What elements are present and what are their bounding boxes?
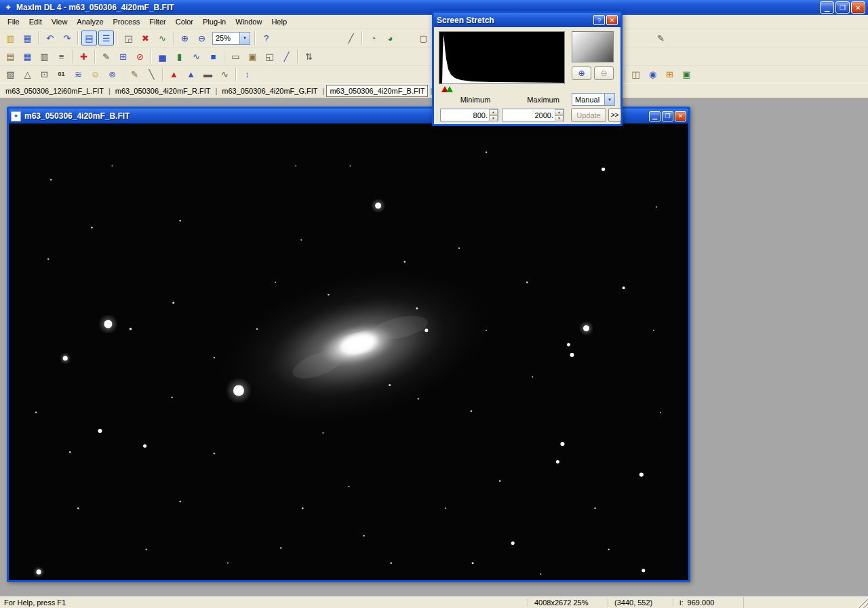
maximum-input-group: ▲ ▼: [502, 109, 564, 121]
line-profile-button[interactable]: ∿: [189, 49, 204, 64]
align-red-button[interactable]: ▲: [166, 67, 182, 82]
grid-overlay-button[interactable]: ⊞: [662, 67, 677, 82]
image-close-button[interactable]: ✕: [675, 111, 686, 121]
menu-item-view[interactable]: View: [47, 16, 73, 27]
save-button[interactable]: ▦: [20, 31, 35, 45]
menu-item-edit[interactable]: Edit: [24, 16, 47, 27]
star: [653, 330, 654, 331]
levels-button[interactable]: ↕: [239, 67, 255, 82]
planetarium-button[interactable]: ⊚: [104, 67, 120, 82]
tab-m63_050306_4i20mF_R.FIT[interactable]: m63_050306_4i20mF_R.FIT: [113, 86, 214, 96]
dropper-button[interactable]: ✎: [98, 49, 114, 64]
chevron-down-icon[interactable]: ▼: [604, 94, 614, 105]
image-restore-button[interactable]: ❐: [662, 111, 673, 121]
camera-control-button[interactable]: ▧: [3, 67, 18, 82]
aperture-tool-button[interactable]: ◔: [366, 31, 381, 45]
menu-item-help[interactable]: Help: [267, 16, 292, 27]
image-tool-button[interactable]: ▣: [245, 49, 260, 64]
undo-button[interactable]: ↶: [42, 31, 58, 45]
minimum-input[interactable]: [441, 109, 489, 121]
smooth-button[interactable]: ∿: [217, 67, 233, 82]
settings-button[interactable]: ◉: [645, 67, 660, 82]
focus-button[interactable]: ≋: [71, 67, 86, 82]
maxim-dl-window: ✦ MaxIm DL 4 - m63_050306_4i20mF_B.FIT ▁…: [0, 0, 868, 608]
screen-stretch-toggle[interactable]: ▤: [81, 31, 97, 45]
histogram-button[interactable]: ▅: [155, 49, 170, 64]
maximum-input[interactable]: [502, 109, 555, 121]
draw-line-button[interactable]: ╲: [144, 67, 159, 82]
sequence-button[interactable]: 01: [54, 67, 69, 82]
update-button[interactable]: Update: [571, 108, 606, 122]
menu-item-color[interactable]: Color: [171, 16, 198, 27]
group-button[interactable]: ▣: [679, 67, 694, 82]
minimum-down-icon[interactable]: ▼: [489, 115, 498, 121]
tab-m63_050306_12i60mF_L.FIT[interactable]: m63_050306_12i60mF_L.FIT: [3, 86, 106, 96]
stretch-mode-combo[interactable]: Manual ▼: [572, 93, 615, 106]
menu-item-filter[interactable]: Filter: [144, 16, 170, 27]
delete-button[interactable]: ✖: [138, 31, 153, 45]
expand-button[interactable]: >>: [608, 108, 621, 122]
chevron-down-icon[interactable]: ▼: [239, 33, 250, 44]
minimum-up-icon[interactable]: ▲: [489, 109, 498, 115]
grid-button[interactable]: ⊞: [115, 49, 131, 64]
histogram-zoom-in-button[interactable]: ⊕: [572, 66, 591, 80]
screen-stretch-title-bar[interactable]: Screen Stretch ? ✕: [434, 13, 620, 27]
menu-item-file[interactable]: File: [3, 16, 24, 27]
dialog-help-button[interactable]: ?: [593, 15, 605, 25]
tab-m63_050306_4i20mF_B.FIT[interactable]: m63_050306_4i20mF_B.FIT: [326, 85, 428, 97]
graph-window-toggle[interactable]: ∿: [155, 31, 170, 45]
close-icon: ✕: [855, 4, 861, 12]
restore-button[interactable]: ❐: [835, 1, 850, 14]
resize-grip[interactable]: [857, 597, 868, 608]
annotate-tool-button[interactable]: ◕: [382, 31, 398, 45]
edit-annotations-button[interactable]: ✎: [653, 31, 669, 45]
area-select-button[interactable]: ◱: [262, 49, 277, 64]
image-minimize-button[interactable]: ▁: [649, 111, 660, 121]
galaxy-image: [9, 124, 688, 580]
disable-calibration-button[interactable]: ⊘: [132, 49, 148, 64]
menu-item-plugin[interactable]: Plug-in: [198, 16, 231, 27]
context-help-button[interactable]: ?: [258, 31, 274, 45]
magnifier-window-toggle[interactable]: ◲: [121, 31, 136, 45]
menu-item-window[interactable]: Window: [231, 16, 267, 27]
image-canvas[interactable]: [9, 124, 688, 580]
crop-tool-button[interactable]: ▭: [228, 49, 243, 64]
histogram-panel[interactable]: [439, 31, 565, 84]
dome-button[interactable]: ⊡: [37, 67, 52, 82]
minimize-button[interactable]: ▁: [820, 1, 834, 14]
histogram-zoom-out-button[interactable]: ⊖: [594, 66, 614, 80]
new-document-button[interactable]: ▢: [416, 31, 431, 45]
maximum-up-icon[interactable]: ▲: [555, 109, 564, 115]
zoom-level-value: 25%: [213, 34, 239, 42]
information-window-toggle[interactable]: ☰: [98, 31, 114, 45]
spreadsheet-button[interactable]: ▦: [20, 49, 35, 64]
zoom-in-button[interactable]: ⊕: [177, 31, 193, 45]
adjust-button[interactable]: ⇅: [301, 49, 317, 64]
menu-item-process[interactable]: Process: [108, 16, 145, 27]
zoom-out-button[interactable]: ⊖: [194, 31, 210, 45]
add-marker-button[interactable]: ✚: [76, 49, 92, 64]
redo-button[interactable]: ↷: [59, 31, 75, 45]
zoom-level-combo[interactable]: 25%▼: [212, 32, 250, 45]
maximum-marker-icon[interactable]: [446, 86, 453, 92]
columns-button[interactable]: ▮: [172, 49, 187, 64]
dialog-close-button[interactable]: ✕: [606, 15, 618, 25]
close-button[interactable]: ✕: [851, 1, 865, 14]
smiley-button[interactable]: ☺: [87, 67, 103, 82]
maximum-down-icon[interactable]: ▼: [555, 115, 564, 121]
notes-button[interactable]: ◫: [628, 67, 644, 82]
document-button[interactable]: ▥: [37, 49, 52, 64]
pixel-dropper-button[interactable]: ✎: [127, 67, 142, 82]
menu-item-analyze[interactable]: Analyze: [72, 16, 108, 27]
line-tool-button[interactable]: ╱: [343, 31, 359, 45]
report-button[interactable]: ≡: [54, 49, 69, 64]
align-blue-button[interactable]: ▲: [183, 67, 199, 82]
slice-tool-button[interactable]: ╱: [279, 49, 294, 64]
tab-m63_050306_4i20mF_G.FIT[interactable]: m63_050306_4i20mF_G.FIT: [219, 86, 320, 96]
flatten-button[interactable]: ▬: [200, 67, 216, 82]
telescope-button[interactable]: △: [20, 67, 35, 82]
aperture-tool-icon: ◔: [371, 34, 376, 43]
blue-square-button[interactable]: ■: [205, 49, 221, 64]
clipboard-button[interactable]: ▤: [3, 49, 18, 64]
open-button[interactable]: ▥: [3, 31, 18, 45]
